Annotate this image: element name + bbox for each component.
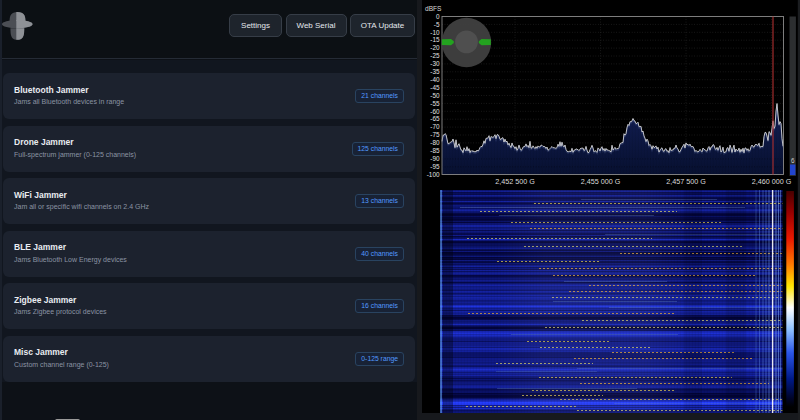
svg-text:6: 6 [791, 157, 795, 164]
svg-text:2,452 500 G: 2,452 500 G [495, 177, 535, 186]
svg-text:-45: -45 [430, 84, 440, 91]
svg-text:-20: -20 [430, 44, 440, 51]
svg-text:-65: -65 [430, 115, 440, 122]
svg-text:2,455 000 G: 2,455 000 G [581, 177, 621, 186]
svg-text:-80: -80 [430, 139, 440, 146]
svg-text:-85: -85 [430, 147, 440, 154]
svg-text:-5: -5 [434, 21, 440, 28]
svg-text:2,457 500 G: 2,457 500 G [666, 177, 706, 186]
svg-text:-10: -10 [430, 29, 440, 36]
svg-text:-25: -25 [430, 52, 440, 59]
svg-text:-50: -50 [430, 92, 440, 99]
svg-text:-60: -60 [430, 108, 440, 115]
svg-text:dBFS: dBFS [425, 5, 442, 12]
svg-text:-35: -35 [430, 68, 440, 75]
svg-text:-55: -55 [430, 100, 440, 107]
svg-text:-95: -95 [430, 163, 440, 170]
svg-text:-40: -40 [430, 76, 440, 83]
svg-text:-75: -75 [430, 131, 440, 138]
svg-text:0: 0 [436, 13, 440, 20]
svg-text:2,460 000 G: 2,460 000 G [752, 177, 792, 186]
svg-text:-100: -100 [427, 171, 440, 178]
svg-text:-70: -70 [430, 123, 440, 130]
svg-text:-90: -90 [430, 155, 440, 162]
svg-text:-15: -15 [430, 36, 440, 43]
svg-text:-30: -30 [430, 60, 440, 67]
